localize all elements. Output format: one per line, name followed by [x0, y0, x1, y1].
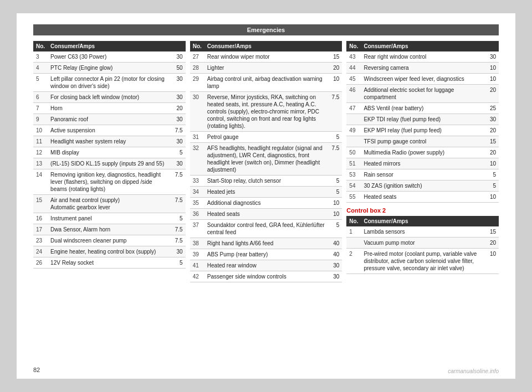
row-no: 43 [346, 51, 361, 63]
page-number: 82 [33, 367, 40, 373]
row-desc: Left pillar connector A pin 22 (motor fo… [48, 74, 172, 92]
table-row: 13(RL-15) SIDO KL.15 supply (inputs 29 a… [33, 158, 186, 169]
table-row: 5430 ZAS (ignition switch)5 [346, 180, 499, 192]
row-amps: 20 [487, 238, 499, 249]
col2-header-consumer: Consumer/Amps [204, 41, 342, 51]
row-amps: 30 [329, 271, 342, 282]
col2-header-no: No. [190, 41, 204, 51]
row-no: 45 [346, 74, 361, 85]
tables-container: No. Consumer/Amps 3Power C63 (30 Power)3… [33, 41, 499, 282]
row-no: 50 [346, 147, 361, 158]
row-amps: 7.5 [329, 92, 342, 132]
table-row: 45Windscreen wiper feed lever, diagnosti… [346, 74, 499, 85]
row-amps: 30 [487, 114, 499, 125]
column-1: No. Consumer/Amps 3Power C63 (30 Power)3… [33, 41, 186, 269]
row-desc: Dual windscreen cleaner pump [48, 235, 172, 246]
table-row: 27Rear window wiper motor15 [190, 51, 342, 63]
row-desc: EKP MPI relay (fuel pump feed) [361, 125, 487, 136]
row-desc: Power C63 (30 Power) [48, 51, 172, 63]
table-row: 12MIB display5 [33, 147, 186, 158]
column-3: No. Consumer/Amps 43Rear right window co… [346, 41, 499, 274]
row-amps: 20 [172, 103, 186, 114]
row-amps: 10 [487, 249, 499, 274]
col1-header-no: No. [33, 41, 48, 51]
row-no: 44 [346, 63, 361, 74]
row-no [346, 238, 361, 249]
row-no: 42 [190, 271, 204, 282]
row-no [346, 114, 361, 125]
row-amps: 5 [487, 180, 499, 192]
row-no: 30 [190, 92, 204, 132]
row-no [346, 136, 361, 147]
row-amps: 40 [329, 238, 342, 249]
table-row: 7Horn20 [33, 103, 186, 114]
col3-header-consumer: Consumer/Amps [361, 41, 499, 51]
row-amps: 30 [172, 114, 186, 125]
row-desc: Soundaktor control feed, GRA feed, Kühle… [204, 220, 329, 238]
row-no: 14 [33, 169, 48, 195]
row-desc: Rear right window control [361, 51, 487, 63]
row-amps: 15 [487, 226, 499, 238]
row-no: 10 [33, 125, 48, 136]
row-no: 31 [190, 132, 204, 143]
page: Emergencies No. Consumer/Amps 3Power C63… [17, 13, 515, 379]
row-desc: Active suspension [48, 125, 172, 136]
row-no: 9 [33, 114, 48, 125]
table-row: Vacuum pump motor20 [346, 238, 499, 249]
table-row: 10Active suspension7.5 [33, 125, 186, 136]
row-no: 5 [33, 74, 48, 92]
row-no: 34 [190, 187, 204, 198]
table-row: 34Heated jets5 [190, 187, 342, 198]
row-amps: 7.5 [172, 195, 186, 213]
row-desc: Additional electric socket for luggage c… [361, 85, 487, 103]
cb2-header-no: No. [346, 216, 361, 226]
row-no: 26 [33, 257, 48, 269]
row-desc: Horn [48, 103, 172, 114]
table-row: 5Left pillar connector A pin 22 (motor f… [33, 74, 186, 92]
table-row: 28Lighter20 [190, 63, 342, 74]
row-amps: 10 [487, 192, 499, 203]
row-desc: Heated rear window [204, 260, 329, 271]
row-desc: Heated jets [204, 187, 329, 198]
row-amps: 30 [172, 136, 186, 147]
row-desc: Airbag control unit, airbag deactivation… [204, 74, 329, 92]
row-no: 7 [33, 103, 48, 114]
table-row: 11Headlight washer system relay30 [33, 136, 186, 147]
row-amps: 5 [329, 132, 342, 143]
row-desc: Pre-wired motor (coolant pump, variable … [361, 249, 487, 274]
row-no: 15 [33, 195, 48, 213]
row-desc: Removing ignition key, diagnostics, head… [48, 169, 172, 195]
row-desc: (RL-15) SIDO KL.15 supply (inputs 29 and… [48, 158, 172, 169]
table-row: 30Reverse, Mirror joysticks, RKA, switch… [190, 92, 342, 132]
row-amps: 5 [329, 176, 342, 187]
cb2-header-consumer: Consumer/Amps [361, 216, 499, 226]
row-desc: Multimedia Radio (power supply) [361, 147, 487, 158]
table-row: 51Heated mirrors10 [346, 158, 499, 169]
row-amps: 10 [487, 158, 499, 169]
row-desc: Heated seats [204, 209, 329, 220]
table-row: 44Reversing camera10 [346, 63, 499, 74]
row-amps: 30 [172, 158, 186, 169]
table-row: 6For closing back left window (motor)30 [33, 92, 186, 103]
table-row: 42Passenger side window controls30 [190, 271, 342, 282]
table-row: 46Additional electric socket for luggage… [346, 85, 499, 103]
row-no: 46 [346, 85, 361, 103]
row-desc: For closing back left window (motor) [48, 92, 172, 103]
row-desc: Petrol gauge [204, 132, 329, 143]
row-no: 51 [346, 158, 361, 169]
row-no: 37 [190, 220, 204, 238]
table-2: No. Consumer/Amps 27Rear window wiper mo… [190, 41, 342, 282]
table-row: 33Start-Stop relay, clutch sensor5 [190, 176, 342, 187]
row-amps: 25 [487, 103, 499, 114]
row-amps: 30 [329, 260, 342, 271]
row-no: 35 [190, 198, 204, 209]
row-amps: 5 [172, 147, 186, 158]
row-no: 38 [190, 238, 204, 249]
row-amps: 5 [329, 220, 342, 238]
row-no: 53 [346, 169, 361, 180]
table-row: 50Multimedia Radio (power supply)20 [346, 147, 499, 158]
row-amps: 7.5 [172, 224, 186, 235]
row-desc: Passenger side window controls [204, 271, 329, 282]
table-row: 35Additional diagnostics10 [190, 198, 342, 209]
table-row: 36Heated seats10 [190, 209, 342, 220]
